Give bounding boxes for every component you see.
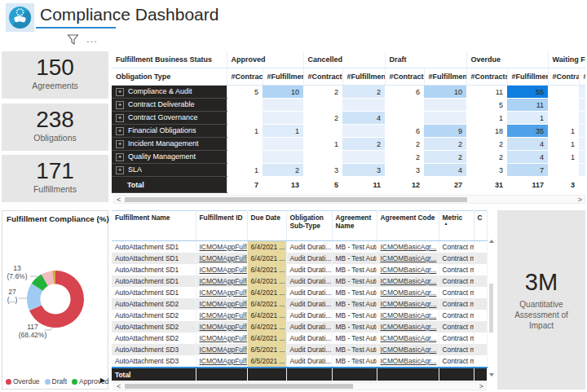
matrix-cell[interactable]: 10 (424, 86, 466, 99)
matrix-row-header-contract-governance[interactable]: +Contract Governance (112, 112, 227, 125)
matrix-measure-header-contracts[interactable]: #Contracts (227, 68, 263, 86)
expand-icon[interactable]: + (116, 88, 124, 96)
table-horizontal-scrollbar[interactable]: < > (113, 382, 487, 390)
matrix-cell[interactable]: 5 (466, 99, 507, 112)
matrix-cell[interactable]: 9 (424, 125, 466, 138)
fulfillment-id-link[interactable]: ICMOMAppFulfi... (196, 344, 247, 355)
matrix-cell[interactable] (342, 151, 385, 164)
matrix-cell[interactable] (303, 151, 342, 164)
matrix-measure-header-contracts[interactable]: #Contracts (548, 68, 579, 86)
more-options-button[interactable]: ... (86, 36, 98, 42)
table-column-header-fulfillment-id[interactable]: Fulfillment ID (196, 211, 247, 241)
matrix-cell[interactable] (548, 86, 579, 99)
matrix-cell[interactable]: 4 (424, 164, 466, 177)
table-column-header-obligation-sub-type[interactable]: Obligation Sub-Type (286, 211, 332, 241)
matrix-cell[interactable]: 1 (507, 112, 548, 125)
matrix-cell[interactable] (548, 112, 579, 125)
matrix-cell[interactable]: 2 (263, 164, 303, 177)
table-column-header-fulfillment-name[interactable]: Fulfillment Name (112, 211, 196, 241)
matrix-cell[interactable] (263, 138, 303, 151)
matrix-row-header-incident-management[interactable]: +Incident Management (112, 138, 227, 151)
matrix-cell[interactable] (579, 99, 585, 112)
matrix-measure-header-fulfillments[interactable]: #Fulfillments (424, 68, 466, 86)
fulfillment-id-link[interactable]: ICMOMAppFulfi... (196, 241, 247, 253)
matrix-measure-header-fulfillments[interactable]: #Fulfillments (507, 68, 548, 86)
matrix-cell[interactable]: 6 (385, 125, 424, 138)
scroll-up-arrow[interactable] (489, 240, 494, 243)
table-column-header-agreement-code[interactable]: Agreement Code (377, 211, 439, 241)
matrix-cell[interactable]: 2 (342, 138, 385, 151)
matrix-measure-header-contracts[interactable]: #Contracts (466, 68, 507, 86)
table-vertical-scrollbar[interactable] (488, 240, 495, 377)
agreement-code-link[interactable]: ICMOMBasicAgr... (377, 344, 439, 355)
table-column-header-agreement-name[interactable]: Agreement Name (332, 211, 377, 241)
matrix-cell[interactable]: 1 (466, 112, 507, 125)
fulfillment-id-link[interactable]: ICMOMAppFulfi... (196, 321, 247, 333)
matrix-cell[interactable] (263, 151, 303, 164)
fulfillment-id-link[interactable]: ICMOMAppFulfi... (196, 333, 247, 344)
fulfillment-id-link[interactable]: ICMOMAppFulfi... (196, 298, 247, 310)
matrix-measure-header-contracts[interactable]: #Contracts (303, 68, 342, 86)
scroll-left-arrow[interactable]: < (114, 196, 123, 203)
matrix-cell[interactable] (263, 99, 303, 112)
scrollbar-thumb[interactable] (125, 197, 467, 202)
fulfillment-id-link[interactable]: ICMOMAppFulfi... (196, 275, 247, 287)
matrix-cell[interactable] (227, 112, 263, 125)
matrix-cell[interactable] (227, 99, 263, 112)
matrix-measure-header-fulfillments[interactable]: #Fulfillments (263, 68, 303, 86)
matrix-cell[interactable] (579, 164, 585, 177)
scroll-right-arrow[interactable]: > (576, 196, 585, 203)
matrix-cell[interactable]: 1 (227, 164, 263, 177)
matrix-cell[interactable]: 55 (507, 86, 548, 99)
matrix-cell[interactable]: 4 (507, 138, 548, 151)
matrix-status-header-overdue[interactable]: Overdue (466, 51, 548, 68)
matrix-cell[interactable] (263, 112, 303, 125)
matrix-row-header-contract-deliverable[interactable]: +Contract Deliverable (112, 99, 227, 112)
matrix-cell[interactable]: 3 (303, 164, 342, 177)
fulfillment-id-link[interactable]: ICMOMAppFulfi... (196, 253, 247, 264)
fulfillment-id-link[interactable]: ICMOMAppFulfi... (196, 287, 247, 298)
agreement-code-link[interactable]: ICMOMBasicAgr... (377, 253, 439, 264)
matrix-cell[interactable] (579, 151, 585, 164)
matrix-cell[interactable]: 4 (342, 112, 385, 125)
matrix-cell[interactable]: 2 (342, 86, 385, 99)
matrix-cell[interactable]: 1 (263, 125, 303, 138)
matrix-cell[interactable]: 2 (424, 138, 466, 151)
matrix-cell[interactable]: 5 (227, 86, 263, 99)
matrix-cell[interactable]: 2 (424, 151, 466, 164)
matrix-cell[interactable]: 1 (303, 138, 342, 151)
matrix-row-header-financial-obligations[interactable]: +Financial Obligations (112, 125, 227, 138)
matrix-cell[interactable] (548, 164, 579, 177)
matrix-cell[interactable]: 18 (466, 125, 507, 138)
matrix-row-header-sla[interactable]: +SLA (112, 164, 227, 177)
agreement-code-link[interactable]: ICMOMBasicAgr... (377, 321, 439, 333)
matrix-cell[interactable] (385, 112, 424, 125)
matrix-cell[interactable]: 2 (466, 138, 507, 151)
matrix-cell[interactable]: 2 (466, 151, 507, 164)
scrollbar-track[interactable] (123, 197, 575, 202)
fulfillment-id-link[interactable]: ICMOMAppFulfi... (196, 355, 247, 368)
matrix-cell[interactable]: 3 (342, 164, 385, 177)
agreement-code-link[interactable]: ICMOMBasicAgr... (377, 241, 439, 253)
matrix-cell[interactable]: 1 (548, 125, 579, 138)
matrix-measure-header-fulfillments[interactable]: #Fulfillments (342, 68, 385, 86)
matrix-cell[interactable] (548, 99, 579, 112)
legend-item-overdue[interactable]: Overdue (6, 377, 40, 385)
matrix-measure-header-contracts[interactable]: #Contracts (385, 68, 424, 86)
matrix-cell[interactable]: 10 (263, 86, 303, 99)
matrix-cell[interactable] (579, 112, 585, 125)
matrix-cell[interactable]: 1 (227, 125, 263, 138)
agreement-code-link[interactable]: ICMOMBasicAgr... (377, 275, 439, 287)
matrix-cell[interactable]: 35 (507, 125, 548, 138)
agreement-code-link[interactable]: ICMOMBasicAgr... (377, 287, 439, 298)
matrix-cell[interactable] (303, 99, 342, 112)
filter-icon[interactable] (67, 33, 79, 46)
matrix-cell[interactable] (579, 125, 585, 138)
matrix-measure-header-f[interactable]: #F (579, 68, 585, 86)
table-column-header-c[interactable]: C (474, 211, 487, 241)
matrix-cell[interactable] (385, 99, 424, 112)
expand-icon[interactable]: + (116, 114, 124, 122)
matrix-corner-obligation-type[interactable]: Obligation Type (112, 68, 227, 86)
fulfillment-id-link[interactable]: ICMOMAppFulfi... (196, 310, 247, 321)
matrix-cell[interactable]: 11 (507, 99, 548, 112)
